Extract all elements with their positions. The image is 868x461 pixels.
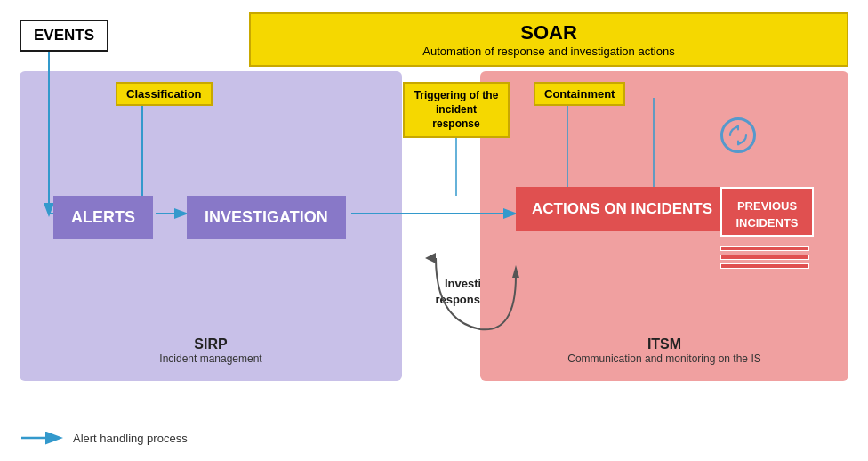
triggering-label: Triggering of the incident response: [414, 89, 499, 130]
alerts-box: ALERTS: [53, 196, 153, 239]
containment-box: Containment: [534, 82, 625, 106]
classification-label: Classification: [126, 87, 202, 101]
legend-text: Alert handling process: [73, 432, 188, 445]
itsm-label: ITSM Communication and monitoring on the…: [480, 336, 848, 365]
actions-on-incidents-box: ACTIONS ON INCIDENTS: [516, 187, 728, 231]
actions-label: ACTIONS ON INCIDENTS: [532, 200, 712, 217]
soar-subtitle: Automation of response and investigation…: [269, 44, 829, 58]
triggering-box: Triggering of the incident response: [403, 82, 510, 138]
itsm-desc: Communication and monitoring on the IS: [480, 352, 848, 365]
events-label: EVENTS: [34, 27, 94, 44]
cycle-icon: [720, 117, 756, 153]
legend: Alert handling process: [20, 431, 188, 445]
legend-arrow: [20, 431, 64, 445]
alerts-label: ALERTS: [71, 208, 135, 226]
legend-arrow-icon: [20, 431, 64, 445]
classification-box: Classification: [116, 82, 213, 106]
sirp-desc: Incident management: [20, 352, 402, 365]
events-box: EVENTS: [20, 20, 108, 52]
soar-box: SOAR Automation of response and investig…: [249, 12, 848, 67]
sirp-label: SIRP Incident management: [20, 336, 402, 365]
previous-incidents-box: PREVIOUS INCIDENTS: [720, 187, 814, 237]
containment-label: Containment: [544, 87, 615, 101]
sirp-name: SIRP: [20, 336, 402, 352]
svg-marker-10: [425, 253, 436, 263]
investigation-box: INVESTIGATION: [187, 196, 346, 239]
prev-incidents-stack: [720, 242, 809, 269]
investigation-label: INVESTIGATION: [205, 208, 328, 226]
previous-label: PREVIOUS INCIDENTS: [735, 199, 798, 230]
itsm-name: ITSM: [480, 336, 848, 352]
diagram-container: EVENTS SOAR Automation of response and i…: [0, 0, 868, 461]
soar-title: SOAR: [269, 21, 829, 44]
